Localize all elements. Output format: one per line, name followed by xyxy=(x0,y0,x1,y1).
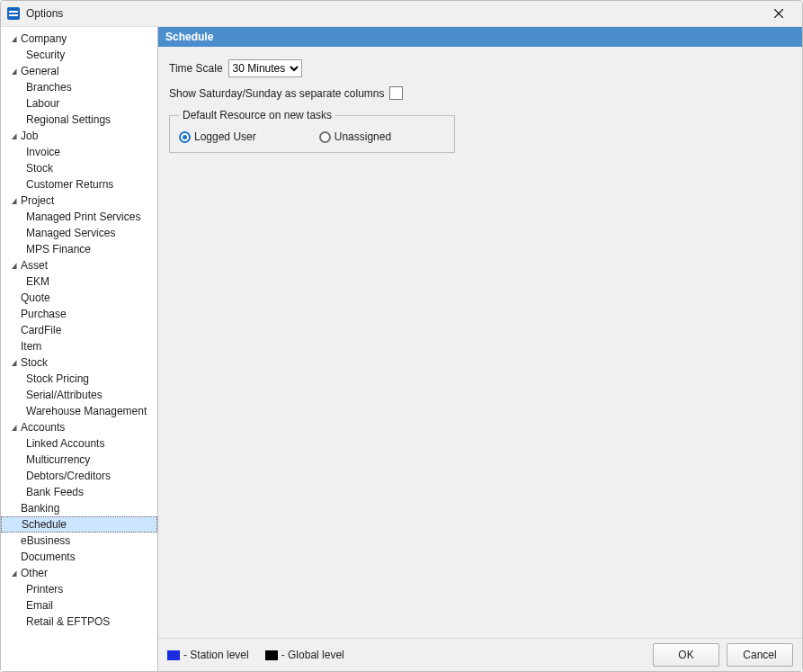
tree-item-label: Customer Returns xyxy=(26,176,113,193)
station-level-label: - Station level xyxy=(183,649,249,661)
panel-title: Schedule xyxy=(158,27,802,47)
svg-rect-0 xyxy=(7,7,20,20)
tree-item[interactable]: Customer Returns xyxy=(1,176,157,193)
collapse-icon[interactable]: ◢ xyxy=(9,565,19,581)
tree-item[interactable]: Stock Pricing xyxy=(1,371,157,387)
tree-item[interactable]: Regional Settings xyxy=(1,112,157,128)
tree-item[interactable]: Warehouse Management xyxy=(1,403,157,419)
radio-icon xyxy=(179,131,191,143)
tree-item[interactable]: ◢Project xyxy=(1,193,157,209)
tree-item-label: Email xyxy=(26,597,53,614)
collapse-icon[interactable]: ◢ xyxy=(9,354,19,371)
tree-item[interactable]: Retail & EFTPOS xyxy=(1,614,157,630)
default-resource-legend: Default Resource on new tasks xyxy=(179,109,335,121)
tree-item-label: Asset xyxy=(21,257,48,273)
tree-item[interactable]: Linked Accounts xyxy=(1,435,157,452)
tree-item[interactable]: ◢Company xyxy=(1,31,157,47)
global-level-label: - Global level xyxy=(281,649,344,661)
radio-logged-user[interactable]: Logged User xyxy=(179,130,256,143)
time-scale-select[interactable]: 30 Minutes xyxy=(228,59,302,77)
tree-item[interactable]: Email xyxy=(1,597,157,614)
tree-item[interactable]: Managed Services xyxy=(1,225,157,241)
tree-item[interactable]: ◢Asset xyxy=(1,257,157,273)
tree-item-label: Serial/Attributes xyxy=(26,387,103,403)
radio-label: Unassigned xyxy=(335,130,391,143)
tree-item[interactable]: Documents xyxy=(1,549,157,565)
radio-label: Logged User xyxy=(194,130,256,143)
tree-item[interactable]: Banking xyxy=(1,500,157,516)
close-button[interactable] xyxy=(761,1,797,26)
tree-item[interactable]: Serial/Attributes xyxy=(1,387,157,403)
tree-item-label: Managed Services xyxy=(26,225,115,241)
tree-item[interactable]: Purchase xyxy=(1,306,157,322)
tree-item[interactable]: Labour xyxy=(1,95,157,112)
collapse-icon[interactable]: ◢ xyxy=(9,419,19,435)
tree-item[interactable]: MPS Finance xyxy=(1,241,157,257)
separate-columns-checkbox[interactable] xyxy=(389,86,403,100)
tree-item[interactable]: ◢Other xyxy=(1,565,157,581)
tree-item-label: Job xyxy=(21,128,38,144)
tree-item-label: MPS Finance xyxy=(26,241,91,257)
collapse-icon[interactable]: ◢ xyxy=(9,63,19,79)
svg-rect-2 xyxy=(9,14,18,16)
tree-item-label: Company xyxy=(21,31,67,47)
time-scale-label: Time Scale xyxy=(169,62,223,75)
tree-item[interactable]: CardFile xyxy=(1,322,157,338)
collapse-icon[interactable]: ◢ xyxy=(9,128,19,144)
window-title: Options xyxy=(26,7,63,20)
tree-item[interactable]: ◢Accounts xyxy=(1,419,157,435)
station-level-swatch xyxy=(167,650,180,660)
tree-item-label: Stock Pricing xyxy=(26,371,89,387)
options-tree[interactable]: ◢CompanySecurity◢GeneralBranchesLabourRe… xyxy=(1,27,158,671)
tree-item[interactable]: Quote xyxy=(1,290,157,306)
tree-item-label: Branches xyxy=(26,79,72,95)
svg-rect-1 xyxy=(9,11,18,13)
tree-item[interactable]: Item xyxy=(1,338,157,354)
tree-item[interactable]: ◢Stock xyxy=(1,354,157,371)
tree-item[interactable]: ◢General xyxy=(1,63,157,79)
default-resource-group: Default Resource on new tasks Logged Use… xyxy=(169,109,455,153)
tree-item-label: Invoice xyxy=(26,144,60,160)
tree-item-label: Managed Print Services xyxy=(26,209,140,225)
app-icon xyxy=(6,6,21,21)
collapse-icon[interactable]: ◢ xyxy=(9,193,19,209)
close-icon xyxy=(774,9,783,18)
options-dialog: Options ◢CompanySecurity◢GeneralBranches… xyxy=(0,0,803,672)
tree-item[interactable]: EKM xyxy=(1,273,157,290)
tree-item-label: Purchase xyxy=(21,306,67,322)
panel-body: Time Scale 30 Minutes Show Saturday/Sund… xyxy=(158,47,802,638)
tree-item[interactable]: Multicurrency xyxy=(1,452,157,468)
tree-item[interactable]: Schedule xyxy=(1,516,157,533)
tree-item-label: Documents xyxy=(21,549,76,565)
tree-item[interactable]: ◢Job xyxy=(1,128,157,144)
tree-item[interactable]: Printers xyxy=(1,581,157,597)
ok-button[interactable]: OK xyxy=(653,643,719,667)
collapse-icon[interactable]: ◢ xyxy=(9,257,19,273)
tree-item-label: Accounts xyxy=(21,419,65,435)
radio-unassigned[interactable]: Unassigned xyxy=(319,130,391,143)
tree-item[interactable]: Managed Print Services xyxy=(1,209,157,225)
tree-item-label: Quote xyxy=(21,290,50,306)
tree-item-label: General xyxy=(21,63,59,79)
tree-item-label: Schedule xyxy=(22,516,67,533)
tree-item[interactable]: Invoice xyxy=(1,144,157,160)
tree-item-label: Item xyxy=(21,338,41,354)
collapse-icon[interactable]: ◢ xyxy=(9,31,19,47)
tree-item[interactable]: eBusiness xyxy=(1,533,157,549)
tree-item-label: Stock xyxy=(21,354,48,371)
tree-item-label: Linked Accounts xyxy=(26,435,104,452)
tree-item[interactable]: Stock xyxy=(1,160,157,176)
tree-item[interactable]: Security xyxy=(1,47,157,63)
tree-item-label: EKM xyxy=(26,273,49,290)
tree-item[interactable]: Bank Feeds xyxy=(1,484,157,500)
tree-item-label: Printers xyxy=(26,581,63,597)
tree-item-label: eBusiness xyxy=(21,533,70,549)
tree-item[interactable]: Branches xyxy=(1,79,157,95)
cancel-button[interactable]: Cancel xyxy=(727,643,793,667)
tree-item-label: Stock xyxy=(26,160,53,176)
tree-item-label: Bank Feeds xyxy=(26,484,84,500)
global-level-swatch xyxy=(265,650,278,660)
tree-item[interactable]: Debtors/Creditors xyxy=(1,468,157,484)
tree-item-label: Labour xyxy=(26,95,59,112)
tree-item-label: Project xyxy=(21,193,54,209)
